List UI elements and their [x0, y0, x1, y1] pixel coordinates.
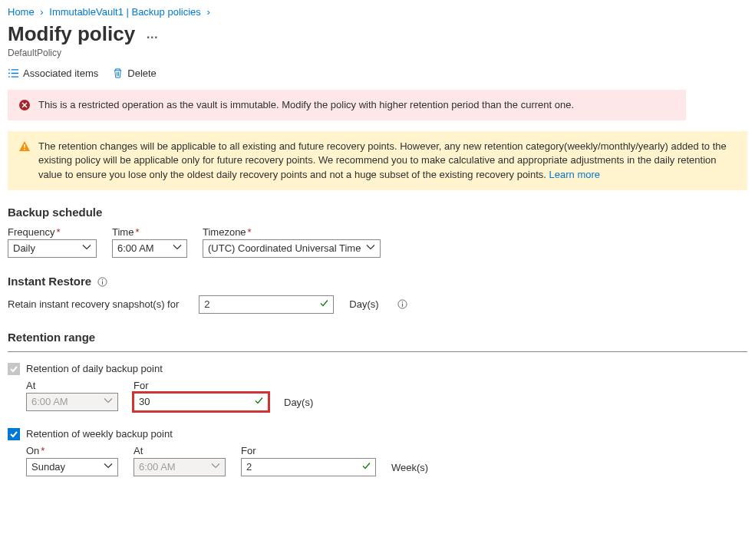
crumb-home[interactable]: Home: [8, 6, 35, 18]
instant-restore-value: 2: [204, 298, 209, 310]
daily-at-value: 6:00 AM: [31, 396, 68, 407]
daily-unit: Day(s): [284, 397, 313, 411]
check-icon: [319, 298, 328, 310]
weekly-on-label: On*: [26, 445, 118, 456]
page-title: Modify policy …: [8, 22, 747, 46]
weekly-on-value: Sunday: [31, 461, 65, 473]
error-text: This is a restricted operation as the va…: [38, 98, 574, 112]
chevron-down-icon: [173, 242, 182, 254]
weekly-retention-label: Retention of weekly backup point: [26, 428, 173, 440]
chevron-down-icon: [104, 461, 113, 473]
divider: [8, 351, 747, 352]
delete-label: Delete: [127, 68, 157, 79]
checkbox-checked-icon: [8, 428, 20, 440]
frequency-value: Daily: [13, 242, 35, 254]
weekly-for-label: For: [241, 445, 376, 456]
timezone-label: Timezone*: [203, 226, 381, 238]
check-icon: [361, 461, 371, 473]
checkbox-checked-icon: [8, 363, 20, 375]
chevron-down-icon: [82, 242, 91, 254]
svg-rect-4: [24, 144, 25, 148]
weekly-retention-checkbox-row[interactable]: Retention of weekly backup point: [8, 428, 747, 440]
timezone-value: (UTC) Coordinated Universal Time: [208, 242, 361, 254]
weekly-for-input[interactable]: 2: [241, 458, 376, 476]
frequency-select[interactable]: Daily: [8, 239, 97, 258]
backup-schedule-heading: Backup schedule: [8, 206, 747, 219]
weekly-at-label: At: [134, 445, 226, 456]
breadcrumb: Home › ImmutableVault1 | Backup policies…: [8, 6, 747, 18]
daily-for-input[interactable]: 30: [134, 393, 269, 411]
chevron-right-icon: ›: [37, 6, 46, 18]
crumb-vault[interactable]: ImmutableVault1 | Backup policies: [49, 6, 201, 18]
associated-items-label: Associated items: [23, 68, 98, 79]
weekly-for-value: 2: [246, 461, 252, 473]
page-title-text: Modify policy: [8, 22, 135, 46]
warning-banner: The retention changes will be applicable…: [8, 131, 747, 190]
daily-at-label: At: [26, 380, 118, 391]
delete-button[interactable]: Delete: [112, 68, 157, 79]
retention-range-heading: Retention range: [8, 331, 747, 344]
warning-body: The retention changes will be applicable…: [38, 140, 727, 180]
weekly-at-select: 6:00 AM: [134, 458, 226, 476]
check-icon: [254, 396, 263, 407]
chevron-right-icon: ›: [203, 6, 213, 18]
instant-restore-heading: Instant Restore: [8, 275, 747, 288]
daily-for-value: 30: [139, 396, 150, 407]
weekly-on-select[interactable]: Sunday: [26, 458, 118, 476]
error-icon: [18, 99, 31, 111]
chevron-down-icon: [211, 461, 220, 473]
time-label: Time*: [112, 226, 187, 238]
time-select[interactable]: 6:00 AM: [112, 239, 187, 258]
svg-rect-5: [24, 149, 25, 150]
instant-unit: Day(s): [349, 298, 378, 310]
weekly-unit: Week(s): [391, 462, 428, 476]
info-icon[interactable]: [97, 277, 107, 287]
daily-for-label: For: [134, 380, 269, 391]
frequency-label: Frequency*: [8, 226, 97, 238]
time-value: 6:00 AM: [117, 242, 154, 254]
page-subtitle: DefaultPolicy: [8, 48, 747, 58]
warning-icon: [18, 140, 31, 153]
warning-text: The retention changes will be applicable…: [38, 140, 737, 182]
associated-items-button[interactable]: Associated items: [8, 68, 98, 79]
info-icon[interactable]: [397, 299, 407, 309]
command-bar: Associated items Delete: [8, 68, 747, 79]
chevron-down-icon: [366, 242, 375, 254]
learn-more-link[interactable]: Learn more: [549, 169, 600, 180]
weekly-at-value: 6:00 AM: [139, 461, 176, 473]
instant-restore-label: Retain instant recovery snapshot(s) for: [8, 298, 179, 310]
more-actions-button[interactable]: …: [146, 28, 160, 41]
daily-retention-label: Retention of daily backup point: [26, 363, 163, 374]
error-banner: This is a restricted operation as the va…: [8, 90, 686, 120]
daily-retention-checkbox-row[interactable]: Retention of daily backup point: [8, 363, 747, 375]
trash-icon: [112, 68, 124, 79]
daily-at-select: 6:00 AM: [26, 393, 118, 411]
chevron-down-icon: [104, 396, 113, 407]
list-icon: [8, 68, 19, 79]
timezone-select[interactable]: (UTC) Coordinated Universal Time: [203, 239, 381, 258]
instant-restore-input[interactable]: 2: [199, 295, 334, 314]
